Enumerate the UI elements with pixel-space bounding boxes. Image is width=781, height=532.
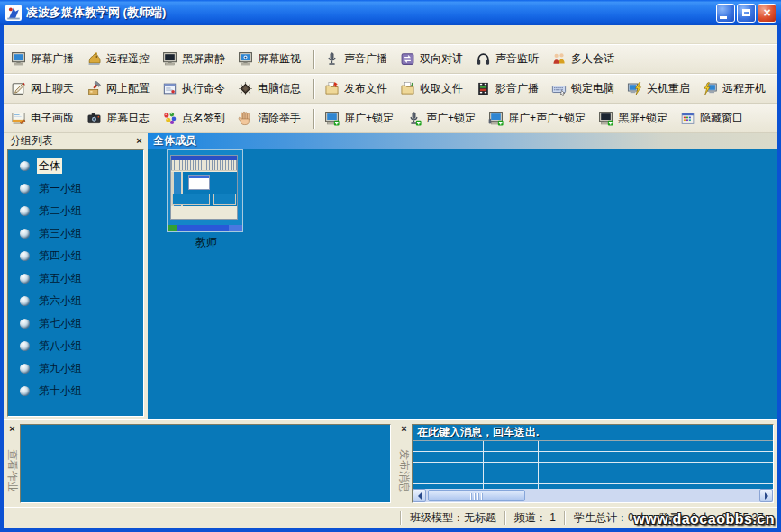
- status-empty-segment: [4, 508, 400, 528]
- toolbar-button[interactable]: 清除举手: [233, 108, 309, 129]
- client-area: 屏幕广播 远程遥控 黑屏肃静 屏幕监视 声音广播 双向对讲: [0, 25, 781, 532]
- group-list-item[interactable]: 第一小组: [8, 177, 143, 200]
- desktop-thumbnail[interactable]: [167, 149, 243, 232]
- menu-item[interactable]: [56, 32, 72, 36]
- group-list-item[interactable]: 第十小组: [8, 380, 143, 402]
- toolbar-button[interactable]: 屏广+锁定: [320, 108, 402, 129]
- menu-item[interactable]: [40, 32, 56, 36]
- toolbar-button-label: 屏幕监视: [258, 51, 301, 67]
- minimize-button[interactable]: [716, 4, 735, 23]
- toolbar-button[interactable]: 双向对讲: [395, 49, 471, 69]
- toolbar-button[interactable]: 远程开机: [698, 78, 774, 99]
- group-list-item-label: 第一小组: [37, 181, 84, 196]
- group-list-item-label: 第五小组: [37, 271, 84, 286]
- sphere-bullet-icon: [20, 386, 30, 396]
- toolbar-button[interactable]: 点名签到: [158, 108, 233, 129]
- grid-column-divider: [538, 441, 539, 489]
- scroll-left-button[interactable]: [413, 489, 426, 502]
- homework-content[interactable]: [20, 424, 391, 503]
- voiceb-lock-icon: [406, 111, 422, 126]
- homework-panel-title: 查看作业: [5, 449, 20, 492]
- toolbar-button[interactable]: 黑屏+锁定: [594, 108, 676, 129]
- toolbar-button[interactable]: 屏幕监视: [233, 49, 309, 69]
- toolbar-button-label: 屏幕广播: [31, 51, 74, 67]
- group-list-item-label: 第九小组: [37, 361, 84, 376]
- message-grid[interactable]: [413, 441, 773, 489]
- group-list-item[interactable]: 第九小组: [8, 357, 143, 380]
- toolbar-button[interactable]: 网上配置: [82, 78, 158, 99]
- pc-info-icon: [238, 81, 253, 96]
- close-button[interactable]: ×: [758, 4, 776, 23]
- member-item[interactable]: 教师: [167, 149, 246, 250]
- group-list-item[interactable]: 第二小组: [8, 200, 143, 222]
- menu-item[interactable]: [88, 32, 104, 36]
- toolbar-button-label: 声音监听: [495, 51, 539, 67]
- scrollbar-thumb[interactable]: [428, 490, 525, 501]
- toolbar-button[interactable]: 声音广播: [320, 49, 395, 69]
- toolbar-button[interactable]: 锁定电脑: [547, 78, 622, 99]
- toolbar-button[interactable]: 关机重启: [622, 78, 698, 99]
- black-lock-icon: [598, 111, 613, 126]
- toolbar-button[interactable]: 声广+锁定: [402, 108, 484, 129]
- toolbar-button-label: 清除举手: [258, 111, 301, 126]
- group-list-item[interactable]: 第八小组: [8, 335, 143, 357]
- exec-command-icon: [162, 81, 177, 96]
- sphere-bullet-icon: [20, 251, 30, 261]
- net-chat-icon: [11, 81, 26, 96]
- message-panel: × 发布消息 在此键入消息，回车送出.: [395, 420, 777, 507]
- voice-broadcast-icon: [324, 51, 340, 67]
- sphere-bullet-icon: [20, 274, 30, 284]
- toolbar-button[interactable]: 电脑信息: [233, 78, 309, 99]
- toolbar-button-label: 网上配置: [106, 81, 150, 96]
- group-list-item[interactable]: 第四小组: [8, 245, 143, 267]
- toolbar-button[interactable]: 收取文件: [395, 78, 471, 99]
- toolbar-button[interactable]: 网上聊天: [6, 78, 82, 99]
- receive-file-icon: [400, 81, 415, 96]
- toolbar-button-label: 多人会话: [571, 51, 614, 67]
- toolbar-button[interactable]: 屏幕日志: [82, 108, 158, 129]
- toolbar-button[interactable]: 影音广播: [471, 78, 547, 99]
- maximize-button[interactable]: [737, 4, 756, 23]
- status-class-model: 班级模型：无标题: [402, 510, 504, 526]
- menu-item[interactable]: [23, 32, 40, 36]
- toolbar-button[interactable]: 多人会话: [547, 49, 622, 69]
- toolbar-button[interactable]: 执行命令: [158, 78, 233, 99]
- close-icon[interactable]: ×: [6, 423, 18, 435]
- toolbar-button[interactable]: 发布文件: [320, 78, 395, 99]
- toolbar-button-label: 收取文件: [420, 81, 463, 96]
- toolbar-button[interactable]: 电子画版: [6, 108, 82, 129]
- close-icon[interactable]: ×: [398, 423, 410, 435]
- roll-call-icon: [162, 111, 177, 126]
- horizontal-scrollbar[interactable]: [413, 489, 773, 502]
- e-board-icon: [11, 111, 26, 126]
- scroll-right-button[interactable]: [759, 489, 773, 502]
- group-list: 全体 第一小组 第二小组 第三小组 第四小组: [7, 149, 144, 417]
- toolbar-button-label: 影音广播: [495, 81, 539, 96]
- app-window: 凌波多媒体教学网 (教师端) × 屏幕广播 远程遥控 黑屏肃静: [0, 0, 781, 532]
- toolbar-button[interactable]: 屏幕广播: [6, 49, 82, 69]
- menu-item[interactable]: [7, 32, 23, 36]
- toolbar-separator: [313, 109, 315, 129]
- members-area[interactable]: 教师: [148, 149, 777, 419]
- group-list-item[interactable]: 第三小组: [8, 222, 143, 245]
- toolbar-button[interactable]: 屏广+声广+锁定: [484, 108, 594, 129]
- group-list-item[interactable]: 全体: [8, 155, 143, 177]
- hide-window-icon: [680, 111, 695, 126]
- group-list-item[interactable]: 第七小组: [8, 312, 143, 335]
- group-list-item[interactable]: 第五小组: [8, 267, 143, 290]
- toolbar-button-label: 电子画版: [31, 111, 74, 126]
- toolbar-button[interactable]: 远程遥控: [82, 49, 158, 69]
- message-input-hint[interactable]: 在此键入消息，回车送出.: [413, 425, 773, 441]
- group-list-item[interactable]: 第六小组: [8, 290, 143, 312]
- black-screen-icon: [162, 51, 177, 67]
- close-icon[interactable]: ×: [133, 135, 145, 147]
- menu-item[interactable]: [72, 32, 88, 36]
- toolbar-button[interactable]: 黑屏肃静: [158, 49, 233, 69]
- title-bar[interactable]: 凌波多媒体教学网 (教师端) ×: [0, 0, 781, 25]
- toolbar-button-label: 执行命令: [182, 81, 225, 96]
- status-bar: 班级模型：无标题 频道： 1 学生总计：0 人 登录：0 人 08:55:37 …: [4, 507, 777, 528]
- toolbar-button[interactable]: 隐藏窗口: [676, 108, 751, 129]
- toolbar-row-3: 电子画版 屏幕日志 点名签到 清除举手 屏广+锁定 声广+锁定: [4, 104, 777, 133]
- toolbar-button[interactable]: 声音监听: [471, 49, 547, 69]
- group-list-item-label: 第三小组: [37, 226, 84, 241]
